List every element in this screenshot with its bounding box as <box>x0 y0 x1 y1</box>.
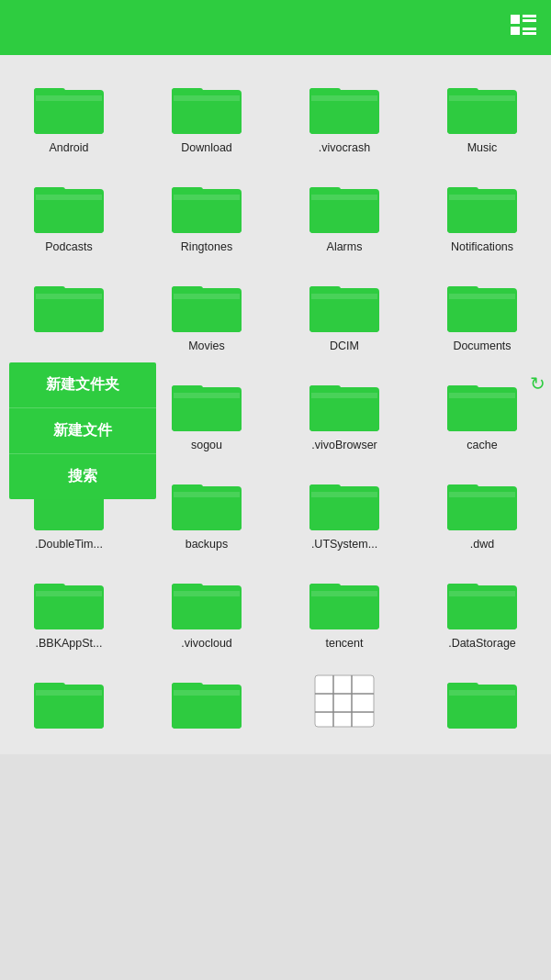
folder-label-vivobrowser: .vivoBrowser <box>311 439 377 451</box>
folder-label-dcim: DCIM <box>330 340 359 352</box>
svg-rect-0 <box>511 15 520 24</box>
folder-item-notifications[interactable]: Notifications <box>413 163 551 262</box>
folder-label-documents: Documents <box>453 340 511 352</box>
folder-item-folder26[interactable] <box>138 659 276 745</box>
folder-item-folder28[interactable] <box>413 659 551 745</box>
folder-icon-dcim <box>308 275 381 334</box>
folder-icon-cache <box>445 374 519 433</box>
folder-item-cache[interactable]: cache ↻ <box>413 362 551 461</box>
context-menu: 新建文件夹新建文件搜索 <box>9 362 156 499</box>
folder-item-vivobrowser[interactable]: .vivoBrowser <box>276 362 413 461</box>
context-menu-search[interactable]: 搜索 <box>9 454 156 499</box>
svg-rect-115 <box>174 591 240 596</box>
folder-label-ringtones: Ringtones <box>181 240 232 253</box>
folder-label-podcasts: Podcasts <box>45 240 92 253</box>
folder-item-sogou[interactable]: sogou <box>138 362 276 461</box>
folder-icon-documents <box>445 275 519 334</box>
folder-label-movies: Movies <box>188 340 225 352</box>
folder-item-documents[interactable]: Documents <box>413 262 551 362</box>
svg-rect-105 <box>449 492 515 497</box>
folder-icon-movies <box>170 275 243 334</box>
folder-icon-tencent <box>308 573 381 631</box>
svg-rect-45 <box>449 195 515 200</box>
folder-icon-vivocloud <box>170 573 243 631</box>
folder-icon-bbkappst <box>32 573 106 631</box>
svg-rect-5 <box>523 32 536 35</box>
folder-icon-notifications <box>445 176 519 235</box>
svg-rect-3 <box>511 27 520 35</box>
folder-icon-folder28 <box>445 672 519 730</box>
svg-rect-4 <box>523 28 536 30</box>
svg-rect-85 <box>449 393 515 398</box>
folder-icon-podcasts <box>32 176 106 235</box>
folder-icon-ringtones <box>170 176 243 235</box>
folder-label-doubletim: .DoubleTim... <box>35 538 103 551</box>
folder-item-folder25[interactable] <box>0 659 138 745</box>
folder-label-sogou: sogou <box>191 439 222 451</box>
folder-label-datastorage: .DataStorage <box>448 637 516 650</box>
folder-item-tencent[interactable]: tencent <box>276 560 413 659</box>
folder-label-cache: cache <box>467 439 497 451</box>
svg-rect-20 <box>311 95 377 101</box>
context-menu-new-file[interactable]: 新建文件 <box>9 408 156 454</box>
folder-item-utsystem[interactable]: .UTSystem... <box>276 461 413 560</box>
folder-item-alarms[interactable]: Alarms <box>276 163 413 262</box>
folder-label-alarms: Alarms <box>327 240 363 253</box>
folder-label-dwd: .dwd <box>470 538 494 551</box>
svg-rect-135 <box>174 690 240 696</box>
svg-rect-30 <box>36 195 102 200</box>
refresh-icon: ↻ <box>530 373 545 395</box>
svg-rect-125 <box>449 591 515 596</box>
folder-item-datastorage[interactable]: .DataStorage <box>413 560 551 659</box>
svg-rect-10 <box>36 95 102 101</box>
header <box>0 0 551 55</box>
folder-label-music: Music <box>467 141 498 154</box>
folder-icon-unknown1 <box>32 275 106 334</box>
folder-item-download[interactable]: Download <box>138 64 276 163</box>
folder-item-dcim[interactable]: DCIM <box>276 262 413 362</box>
folder-icon-backups <box>170 473 243 532</box>
folder-item-folder27[interactable] <box>276 659 413 745</box>
folder-label-download: Download <box>181 141 232 154</box>
svg-rect-110 <box>36 591 102 596</box>
svg-rect-60 <box>311 294 377 299</box>
folder-label-android: Android <box>49 141 88 154</box>
folder-icon-vivobrowser <box>308 374 381 433</box>
svg-rect-40 <box>311 195 377 200</box>
svg-rect-2 <box>523 19 536 22</box>
folder-label-vivocloud: .vivocloud <box>181 637 232 650</box>
svg-rect-120 <box>311 591 377 596</box>
folder-icon-alarms <box>308 176 381 235</box>
svg-rect-15 <box>174 95 240 101</box>
folder-item-dwd[interactable]: .dwd <box>413 461 551 560</box>
svg-rect-55 <box>174 294 240 299</box>
folder-item-vivocrash[interactable]: .vivocrash <box>276 64 413 163</box>
folder-item-android[interactable]: Android <box>0 64 138 163</box>
folder-item-movies[interactable]: Movies <box>138 262 276 362</box>
folder-label-backups: backups <box>186 538 229 551</box>
folder-icon-folder27 <box>308 672 381 730</box>
svg-rect-65 <box>449 294 515 299</box>
folder-label-vivocrash: .vivocrash <box>319 141 370 154</box>
folder-icon-dwd <box>445 473 519 532</box>
grid-view-button[interactable] <box>511 15 536 40</box>
folder-icon-utsystem <box>308 473 381 532</box>
svg-rect-130 <box>36 690 102 696</box>
svg-rect-1 <box>523 15 536 17</box>
folder-icon-datastorage <box>445 573 519 631</box>
folder-icon-folder25 <box>32 672 106 730</box>
folder-icon-android <box>32 77 106 136</box>
context-menu-new-folder[interactable]: 新建文件夹 <box>9 362 156 408</box>
svg-rect-80 <box>311 393 377 398</box>
folder-icon-download <box>170 77 243 136</box>
folder-item-music[interactable]: Music <box>413 64 551 163</box>
folder-item-ringtones[interactable]: Ringtones <box>138 163 276 262</box>
svg-rect-50 <box>36 294 102 299</box>
svg-rect-146 <box>449 690 515 696</box>
folder-item-vivocloud[interactable]: .vivocloud <box>138 560 276 659</box>
folder-item-backups[interactable]: backups <box>138 461 276 560</box>
folder-item-podcasts[interactable]: Podcasts <box>0 163 138 262</box>
folder-item-bbkappst[interactable]: .BBKAppSt... <box>0 560 138 659</box>
folder-item-unknown1[interactable] <box>0 262 138 362</box>
folder-label-bbkappst: .BBKAppSt... <box>36 637 103 650</box>
